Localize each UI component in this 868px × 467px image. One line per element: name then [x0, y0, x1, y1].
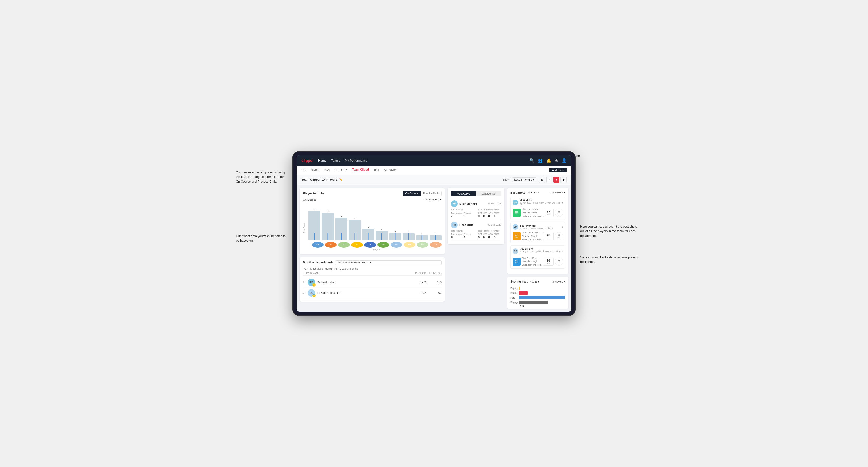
- bs-player-meta-1: 09 Jun 2023 · Royal North Devon GC, Hole…: [520, 201, 562, 206]
- sub-nav-team-clippd[interactable]: Team Clippd: [352, 168, 369, 172]
- scoring-bar-label: Pars: [510, 297, 519, 299]
- bs-shot-details-3: Shot Dist: 16 yds Start Lie: Rough End L…: [522, 256, 542, 267]
- bs-player-name-3[interactable]: David Ford: [520, 247, 562, 250]
- lb-player-name-2[interactable]: Edward Crossman: [317, 291, 413, 294]
- lb-filter-dropdown[interactable]: PUTT Must Make Putting ... ▾: [335, 260, 441, 265]
- bar: [416, 236, 428, 240]
- ma-putt-val: 1: [494, 214, 500, 218]
- scoring-players-filter[interactable]: All Players ▾: [551, 280, 565, 283]
- view-grid-icon[interactable]: ⊞: [539, 177, 545, 183]
- bell-icon[interactable]: 🔔: [547, 158, 551, 163]
- sub-nav-pgat[interactable]: PGAT Players: [302, 168, 319, 172]
- users-icon[interactable]: 👥: [538, 158, 543, 163]
- sub-nav-all-players[interactable]: All Players: [384, 168, 397, 172]
- view-list-icon[interactable]: ≡: [546, 177, 552, 183]
- bs-shot-details-2: Shot Dist: 43 yds Start Lie: Rough End L…: [522, 231, 542, 241]
- bar-group: 2: [430, 233, 441, 240]
- sub-nav-hcaps[interactable]: Hcaps 1-5: [335, 168, 347, 172]
- bs-shots-filter[interactable]: All Shots ▾: [527, 191, 539, 194]
- practice-leaderboards-card: Practice Leaderboards PUTT Must Make Put…: [300, 257, 445, 302]
- bar: [335, 218, 347, 240]
- bs-chevron-3[interactable]: ›: [562, 249, 563, 253]
- lb-avatar-2: EC 🥈: [308, 289, 315, 297]
- least-active-tab[interactable]: Least Active: [476, 191, 501, 196]
- bs-metric-zero-3: 0 yds: [555, 257, 563, 266]
- lb-col-player-name: PLAYER NAME: [303, 272, 413, 275]
- most-active-card: Most Active Least Active BM Blair McHarg…: [448, 188, 504, 244]
- on-course-toggle[interactable]: On Course: [403, 191, 421, 196]
- bs-metric-zero-1: 0 yds: [555, 209, 563, 217]
- tablet-screen: clippd Home Teams My Performance 🔍 👥 🔔 ⊕…: [297, 155, 571, 312]
- sub-nav-tour[interactable]: Tour: [374, 168, 379, 172]
- scoring-header: Scoring Par 3, 4 & 5s ▾ All Players ▾: [510, 280, 565, 283]
- add-team-button[interactable]: Add Team: [549, 168, 566, 173]
- nav-my-performance[interactable]: My Performance: [345, 159, 367, 162]
- chart-area: Total Rounds 13 12 10 9: [303, 203, 441, 251]
- scoring-filter[interactable]: Par 3, 4 & 5s ▾: [522, 280, 540, 283]
- annotation-player-filter: You can also filter to show just one pla…: [580, 255, 642, 264]
- bs-player-name-2[interactable]: Blair McHarg: [520, 224, 562, 227]
- most-active-tabs: Most Active Least Active: [451, 191, 501, 196]
- bs-header: Best Shots All Shots ▾ All Players ▾: [510, 191, 565, 194]
- scoring-row: Birdies96: [510, 291, 565, 294]
- ma-app-val: 0: [483, 214, 487, 218]
- ma-name-2[interactable]: Rees Britt: [460, 223, 488, 227]
- ma-arg-label-2: ARG: [488, 233, 493, 236]
- edit-icon[interactable]: ✏️: [339, 178, 343, 181]
- bar: [322, 213, 334, 240]
- bar-highlight: [422, 236, 423, 240]
- scoring-bar-label: Eagles: [510, 287, 519, 290]
- bs-player-header-2: BM Blair McHarg 23 Jul 2023 · Ashridge G…: [513, 224, 563, 230]
- lb-badge-gold: 🥇: [312, 283, 316, 286]
- most-active-tab[interactable]: Most Active: [451, 191, 476, 196]
- bs-chevron-2[interactable]: ›: [562, 225, 563, 229]
- tablet-frame: clippd Home Teams My Performance 🔍 👥 🔔 ⊕…: [292, 151, 576, 316]
- top-nav: clippd Home Teams My Performance 🔍 👥 🔔 ⊕…: [297, 155, 571, 166]
- bar-highlight: [368, 233, 368, 240]
- ma-player-2-header: RB Rees Britt 02 Sep 2023: [451, 222, 501, 228]
- chart-content: 13 12 10 9 5 4: [307, 203, 441, 251]
- ma-arg-label: ARG: [488, 212, 493, 214]
- bar-group: 12: [322, 211, 334, 240]
- bs-players-filter[interactable]: All Players ▾: [551, 191, 565, 194]
- scoring-bar-container: 96: [519, 291, 565, 294]
- bar-value: 2: [435, 233, 436, 235]
- ma-practice-act-label: Total Practice Activities: [478, 209, 501, 211]
- timescale-dropdown[interactable]: Last 3 months ▾: [512, 177, 536, 182]
- chart-header: On Course Total Rounds ▾: [303, 198, 441, 201]
- sub-nav-pga[interactable]: PGA: [324, 168, 330, 172]
- bar-group: 2: [416, 233, 428, 240]
- add-icon[interactable]: ⊕: [555, 158, 558, 163]
- ma-total-rounds-group: Total Rounds Tournament 7 Practice: [451, 209, 474, 218]
- chart-avatar: LR: [430, 242, 441, 248]
- nav-home[interactable]: Home: [318, 159, 327, 162]
- practice-drills-toggle[interactable]: Practice Drills: [421, 191, 441, 196]
- chart-filter-dropdown[interactable]: Total Rounds ▾: [424, 198, 441, 201]
- profile-icon[interactable]: 👤: [562, 158, 566, 163]
- bar: [349, 220, 361, 240]
- ma-gtt-label-2: GTT: [478, 233, 482, 236]
- search-icon[interactable]: 🔍: [530, 158, 534, 163]
- ma-total-rounds-group-2: Total Rounds Tournament 8 Practice: [451, 230, 474, 239]
- bs-player-card-1: MM Matt Miller 09 Jun 2023 · Royal North…: [510, 197, 565, 220]
- scoring-bar-container: 499: [519, 296, 565, 299]
- lb-player-name-1[interactable]: Richard Butler: [317, 281, 413, 284]
- nav-teams[interactable]: Teams: [331, 159, 340, 162]
- chart-avatar: MM: [404, 242, 415, 248]
- bar-group: 10: [335, 215, 347, 240]
- bs-player-name-1[interactable]: Matt Miller: [520, 199, 562, 201]
- bs-badge-2: 200 SG: [513, 232, 521, 240]
- chart-avatar: DF: [338, 242, 350, 248]
- bar-value: 9: [354, 217, 355, 219]
- x-axis-label: Players: [307, 249, 441, 251]
- player-activity-card: Player Activity On Course Practice Drill…: [300, 188, 445, 254]
- view-heart-icon[interactable]: ♥: [553, 177, 559, 183]
- ma-stats-1: Total Rounds Tournament 7 Practice: [451, 209, 501, 218]
- bs-chevron-1[interactable]: ›: [562, 201, 563, 205]
- ma-name-1[interactable]: Blair McHarg: [460, 202, 488, 206]
- chart-section-label: On Course: [303, 198, 424, 201]
- ma-practice-val-2: 4: [464, 236, 471, 239]
- chart-avatar: EE: [364, 242, 376, 248]
- view-settings-icon[interactable]: ⚙: [560, 177, 566, 183]
- bar-highlight: [341, 233, 342, 240]
